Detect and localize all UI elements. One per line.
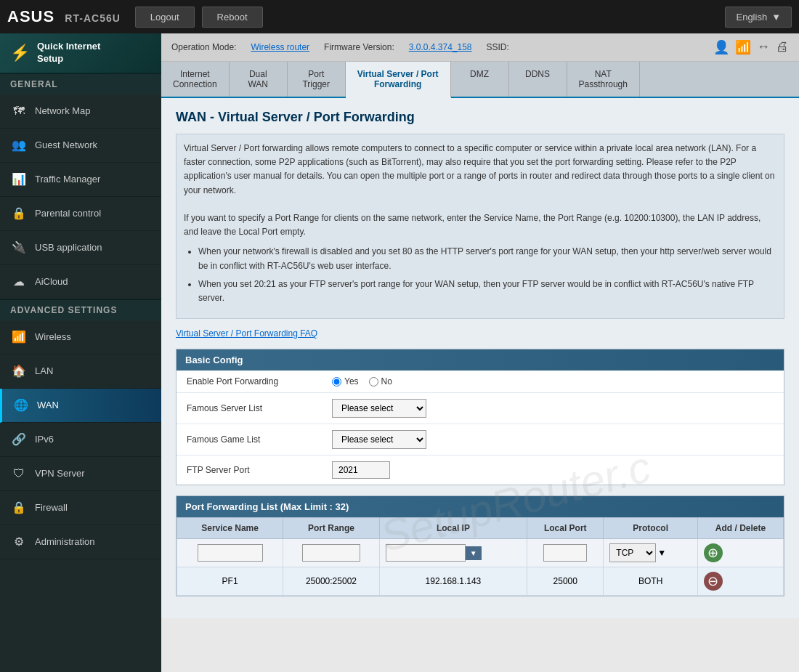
new-protocol-select[interactable]: TCPUDPBOTH: [609, 543, 656, 562]
vpn-server-label: VPN Server: [35, 468, 85, 479]
enable-yes-label[interactable]: Yes: [332, 376, 359, 386]
tab-nat[interactable]: NATPassthrough: [567, 62, 640, 97]
tab-dual_wan[interactable]: DualWAN: [230, 62, 288, 97]
enable-pf-value: Yes No: [332, 376, 392, 386]
pf-col-local-ip: Local IP: [379, 518, 527, 539]
pf-col-service-name: Service Name: [177, 518, 283, 539]
usb-application-icon: 🔌: [10, 239, 28, 256]
sidebar-item-traffic-manager[interactable]: 📊 Traffic Manager: [0, 163, 161, 197]
op-mode-label: Operation Mode:: [171, 42, 236, 52]
main-layout: ⚡ Quick InternetSetup General 🗺 Network …: [0, 33, 799, 672]
content-area: Operation Mode: Wireless router Firmware…: [161, 33, 799, 672]
tab-ddns[interactable]: DDNS: [509, 62, 567, 97]
tab-internet[interactable]: InternetConnection: [161, 62, 230, 97]
fw-value[interactable]: 3.0.0.4.374_158: [409, 42, 472, 52]
ftp-port-value: [332, 461, 390, 479]
ftp-port-input[interactable]: [332, 461, 390, 479]
pf-empty-row: ▼ TCPUDPBOTH ▼ ⊕: [177, 539, 784, 567]
aicloud-label: AiCloud: [35, 276, 68, 287]
sidebar-item-wireless[interactable]: 📶 Wireless: [0, 320, 161, 355]
user-icon: 👤: [713, 39, 729, 55]
new-local-ip-input[interactable]: [386, 544, 466, 562]
wireless-icon: 📶: [10, 328, 28, 346]
lan-icon: 🏠: [10, 363, 28, 380]
sidebar-item-guest-network[interactable]: 👥 Guest Network: [0, 129, 161, 163]
add-row-button[interactable]: ⊕: [704, 543, 723, 562]
language-selector[interactable]: English ▼: [725, 7, 792, 28]
new-local-port-input[interactable]: [543, 544, 587, 562]
sidebar-item-vpn-server[interactable]: 🛡 VPN Server: [0, 457, 161, 491]
logo-asus: ASUS: [7, 7, 54, 25]
famous-server-select[interactable]: Please select: [332, 399, 426, 418]
enable-pf-row: Enable Port Forwarding Yes No: [177, 371, 784, 393]
wan-label: WAN: [37, 400, 59, 410]
ipv6-icon: 🔗: [10, 431, 28, 448]
ssid-label: SSID:: [487, 42, 509, 52]
delete-row-button[interactable]: ⊖: [704, 572, 723, 591]
parental-control-label: Parental control: [35, 208, 101, 219]
op-mode-value[interactable]: Wireless router: [251, 42, 309, 52]
page-title: WAN - Virtual Server / Port Forwarding: [176, 110, 784, 125]
enable-pf-radio-group: Yes No: [332, 376, 392, 386]
new-service-name-input[interactable]: [198, 544, 263, 562]
new-port-range-input[interactable]: [302, 544, 360, 562]
famous-server-row: Famous Server List Please select: [177, 393, 784, 424]
row-protocol: BOTH: [604, 567, 698, 596]
row-service-name: PF1: [177, 567, 283, 596]
enable-no-text: No: [381, 376, 392, 386]
reboot-button[interactable]: Reboot: [202, 7, 263, 28]
lan-label: LAN: [35, 365, 53, 376]
ip-dropdown-button[interactable]: ▼: [466, 546, 482, 560]
row-local-port: 25000: [527, 567, 604, 596]
famous-server-value: Please select: [332, 399, 426, 418]
famous-game-row: Famous Game List Please select: [177, 424, 784, 456]
faq-link[interactable]: Virtual Server / Port Forwarding FAQ: [176, 328, 317, 339]
op-bar: Operation Mode: Wireless router Firmware…: [161, 33, 799, 62]
sidebar-item-aicloud[interactable]: ☁ AiCloud: [0, 265, 161, 299]
language-label: English: [736, 12, 767, 23]
guest-network-label: Guest Network: [35, 139, 97, 150]
sidebar-item-parental-control[interactable]: 🔒 Parental control: [0, 197, 161, 231]
row-port-range: 25000:25002: [283, 567, 380, 596]
quick-setup-item[interactable]: ⚡ Quick InternetSetup: [0, 33, 161, 73]
sidebar-item-usb-application[interactable]: 🔌 USB application: [0, 231, 161, 265]
tab-port_trigger[interactable]: PortTrigger: [288, 62, 346, 97]
sidebar-item-network-map[interactable]: 🗺 Network Map: [0, 94, 161, 129]
desc-main: Virtual Server / Port forwarding allows …: [184, 143, 774, 195]
sidebar-item-wan[interactable]: 🌐 WAN: [0, 389, 161, 423]
desc-range: If you want to specify a Port Range for …: [184, 213, 761, 237]
enable-pf-label: Enable Port Forwarding: [187, 376, 332, 386]
basic-config-section: Basic Config Enable Port Forwarding Yes: [176, 349, 784, 485]
famous-game-label: Famous Game List: [187, 434, 332, 445]
network-map-icon: 🗺: [10, 102, 28, 120]
tab-virtual_server[interactable]: Virtual Server / PortForwarding: [346, 62, 451, 98]
sidebar-item-ipv6[interactable]: 🔗 IPv6: [0, 423, 161, 457]
enable-no-radio[interactable]: [369, 377, 378, 386]
sidebar-item-administration[interactable]: ⚙ Administration: [0, 525, 161, 559]
traffic-manager-label: Traffic Manager: [35, 174, 100, 185]
sidebar-item-lan[interactable]: 🏠 LAN: [0, 355, 161, 389]
fw-label: Firmware Version:: [324, 42, 394, 52]
protocol-dropdown-arrow: ▼: [657, 548, 666, 558]
nav-advanced: 📶 Wireless 🏠 LAN 🌐 WAN 🔗 IPv6 🛡 VPN Serv…: [0, 320, 161, 559]
enable-no-label[interactable]: No: [369, 376, 392, 386]
row-local-ip: 192.168.1.143: [379, 567, 527, 596]
wan-icon: 🌐: [12, 397, 30, 414]
vpn-server-icon: 🛡: [10, 465, 28, 482]
famous-game-value: Please select: [332, 430, 426, 449]
tab-dmz[interactable]: DMZ: [451, 62, 509, 97]
famous-game-select[interactable]: Please select: [332, 430, 426, 449]
logout-button[interactable]: Logout: [135, 7, 195, 28]
page-description: Virtual Server / Port forwarding allows …: [176, 134, 784, 319]
guest-network-icon: 👥: [10, 137, 28, 154]
famous-server-label: Famous Server List: [187, 403, 332, 413]
pf-list-section: Port Forwarding List (Max Limit : 32) Se…: [176, 495, 784, 596]
advanced-section-header: Advanced Settings: [0, 299, 161, 320]
enable-yes-radio[interactable]: [332, 377, 341, 386]
pf-col-port-range: Port Range: [283, 518, 380, 539]
administration-icon: ⚙: [10, 533, 28, 551]
sidebar-item-firewall[interactable]: 🔒 Firewall: [0, 491, 161, 525]
ftp-port-label: FTP Server Port: [187, 465, 332, 475]
pf-col-local-port: Local Port: [527, 518, 604, 539]
traffic-manager-icon: 📊: [10, 171, 28, 188]
